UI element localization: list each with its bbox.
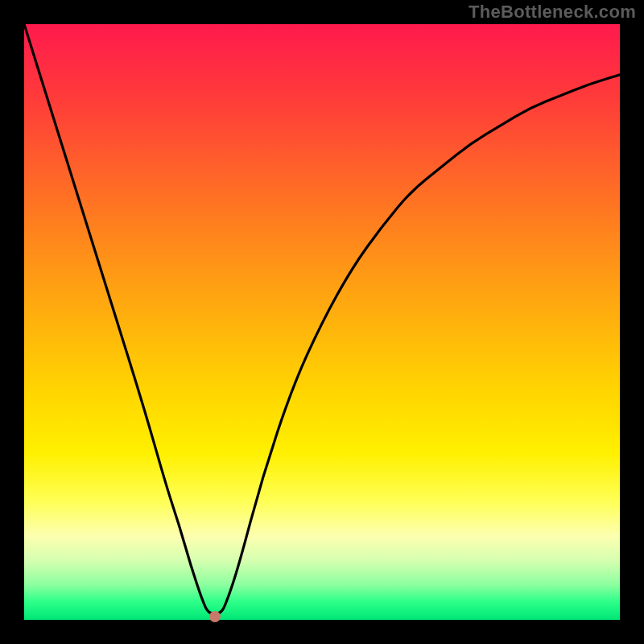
chart-frame: TheBottleneck.com xyxy=(0,0,644,644)
minimum-marker xyxy=(209,611,221,622)
watermark-text: TheBottleneck.com xyxy=(469,2,636,23)
plot-area xyxy=(24,24,620,620)
curve-path xyxy=(24,24,620,614)
curve-svg xyxy=(24,24,620,620)
